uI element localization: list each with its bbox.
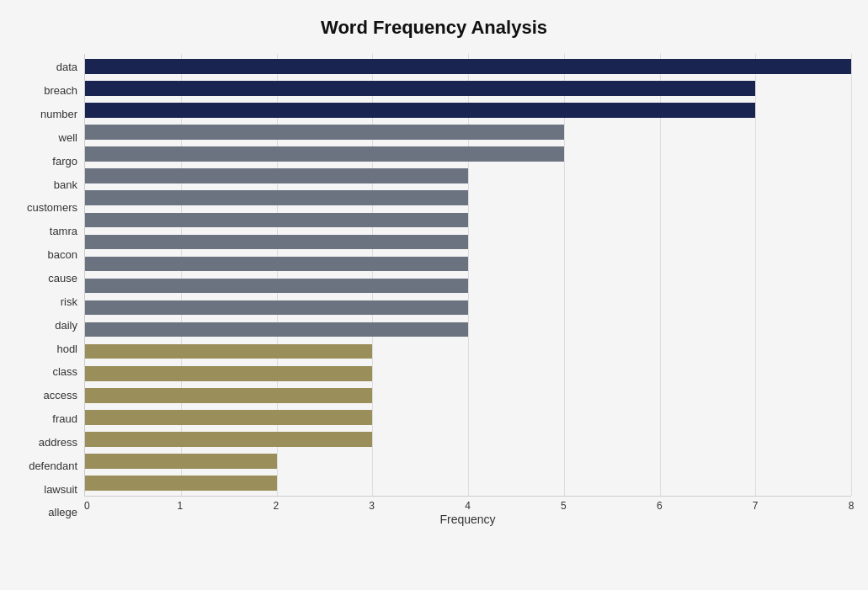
bars-section <box>84 54 851 496</box>
bar-row-address <box>85 407 851 428</box>
y-label-hodl: hodl <box>56 343 77 354</box>
bar-row-breach <box>85 77 851 99</box>
bar-row-customers <box>85 187 851 209</box>
bar-number <box>85 103 755 118</box>
x-tick-4: 4 <box>420 500 516 512</box>
y-label-class: class <box>52 366 77 377</box>
bar-class <box>85 344 372 359</box>
bar-row-risk <box>85 274 851 296</box>
bar-breach <box>85 81 755 96</box>
x-axis: 012345678 Frequency <box>84 496 851 526</box>
y-label-defendant: defendant <box>29 460 77 471</box>
bar-row-allege <box>85 472 851 494</box>
bar-address <box>85 410 372 425</box>
y-label-bacon: bacon <box>48 249 77 260</box>
bar-row-fraud <box>85 385 851 407</box>
bars-and-x: 012345678 Frequency <box>84 54 851 526</box>
bar-row-class <box>85 341 851 363</box>
chart-area: databreachnumberwellfargobankcustomersta… <box>17 54 851 526</box>
bar-row-well <box>85 121 851 143</box>
y-label-customers: customers <box>27 202 77 213</box>
y-label-data: data <box>56 61 77 72</box>
bar-bacon <box>85 235 468 250</box>
y-label-bank: bank <box>54 179 77 190</box>
bar-risk <box>85 279 468 294</box>
bar-well <box>85 125 564 140</box>
bar-row-bacon <box>85 231 851 252</box>
y-label-lawsuit: lawsuit <box>44 484 77 495</box>
chart-title: Word Frequency Analysis <box>17 17 851 39</box>
bar-hodl <box>85 322 468 338</box>
x-tick-3: 3 <box>324 500 420 512</box>
bar-row-daily <box>85 297 851 319</box>
y-label-daily: daily <box>55 320 77 331</box>
y-label-access: access <box>44 390 77 401</box>
bar-customers <box>85 190 468 205</box>
y-label-number: number <box>40 109 77 120</box>
y-label-risk: risk <box>61 296 77 307</box>
bar-row-hodl <box>85 319 851 341</box>
bar-tamra <box>85 213 468 228</box>
y-label-allege: allege <box>48 507 77 518</box>
bar-defendant <box>85 432 372 447</box>
x-tick-1: 1 <box>132 500 228 512</box>
bar-row-defendant <box>85 428 851 450</box>
y-label-fraud: fraud <box>52 413 77 424</box>
bar-row-tamra <box>85 209 851 231</box>
y-label-tamra: tamra <box>50 226 77 237</box>
bar-row-lawsuit <box>85 450 851 472</box>
bar-data <box>85 59 851 74</box>
bar-access <box>85 366 372 381</box>
x-ticks: 012345678 <box>84 496 851 509</box>
grid-line-8 <box>851 54 852 496</box>
y-label-breach: breach <box>44 85 77 96</box>
y-label-address: address <box>39 437 77 448</box>
bar-row-fargo <box>85 143 851 165</box>
x-tick-2: 2 <box>228 500 324 512</box>
bar-lawsuit <box>85 454 277 469</box>
bar-fraud <box>85 388 372 403</box>
x-axis-label: Frequency <box>84 513 851 526</box>
bar-row-bank <box>85 165 851 187</box>
x-tick-8: 8 <box>803 500 868 512</box>
x-tick-5: 5 <box>515 500 611 512</box>
y-axis-labels: databreachnumberwellfargobankcustomersta… <box>17 54 84 526</box>
bar-row-data <box>85 56 851 77</box>
x-tick-7: 7 <box>707 500 803 512</box>
bar-fargo <box>85 146 564 162</box>
bar-allege <box>85 476 277 491</box>
x-tick-6: 6 <box>611 500 707 512</box>
bar-daily <box>85 300 468 316</box>
y-label-well: well <box>59 132 77 143</box>
bar-row-access <box>85 363 851 385</box>
chart-container: Word Frequency Analysis databreachnumber… <box>0 0 868 590</box>
bar-row-cause <box>85 252 851 274</box>
y-label-fargo: fargo <box>52 156 77 167</box>
bar-cause <box>85 257 468 272</box>
bar-row-number <box>85 99 851 121</box>
y-label-cause: cause <box>48 273 77 284</box>
bar-bank <box>85 168 468 183</box>
